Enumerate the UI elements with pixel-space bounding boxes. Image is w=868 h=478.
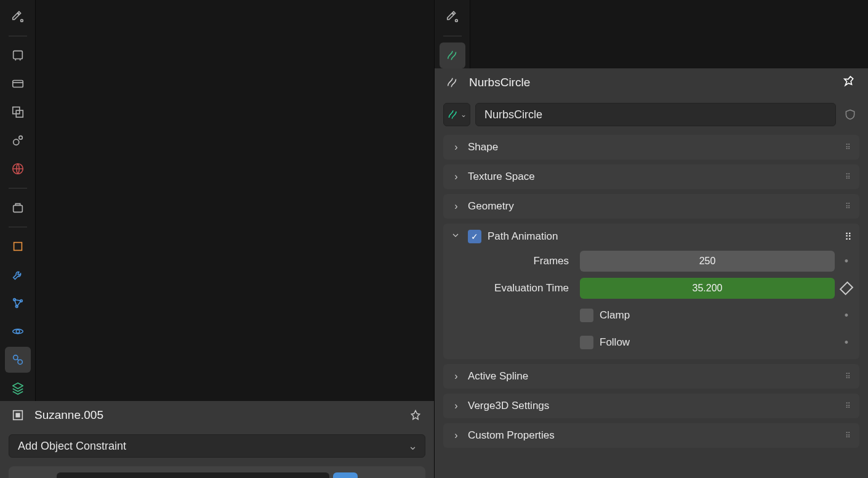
datablock-menu[interactable]: ⌄ (443, 103, 470, 126)
modifier-icon[interactable] (5, 262, 31, 288)
follow-path-constraint-panel: Follow Path ✕ ⠿ Target NurbsCircle ✕ (9, 466, 425, 478)
svg-rect-9 (14, 243, 22, 251)
world-icon[interactable] (5, 156, 31, 182)
keyframe-diamond-icon[interactable] (841, 283, 852, 294)
svg-point-0 (20, 20, 23, 22)
pin-icon[interactable] (841, 74, 858, 91)
svg-point-16 (18, 360, 22, 364)
object-icon[interactable] (5, 233, 31, 259)
tool-icon[interactable] (440, 4, 465, 30)
section-custom-properties[interactable]: › Custom Properties ⠿ (443, 423, 859, 448)
pin-icon[interactable] (407, 407, 424, 424)
grip-icon[interactable]: ⠿ (845, 431, 852, 440)
animate-dot[interactable]: • (841, 336, 852, 349)
follow-checkbox[interactable] (580, 336, 593, 349)
section-path-animation: ✓ Path Animation ⠿ Frames 250 • Evaluati… (443, 224, 859, 359)
grip-icon[interactable]: ⠿ (845, 202, 852, 211)
object-name-label: Suzanne.005 (34, 408, 400, 422)
chevron-right-icon: › (451, 430, 462, 441)
chevron-down-icon[interactable] (451, 230, 462, 243)
curve-header-icon (443, 73, 462, 92)
fake-user-icon[interactable] (841, 108, 859, 121)
left-properties-tabstrip (0, 0, 36, 401)
right-content: NurbsCircle ⌄ NurbsCircle › Shape ⠿ › Te… (435, 68, 868, 478)
data-icon[interactable] (5, 375, 31, 401)
chevron-down-icon: ⌄ (408, 439, 417, 453)
animate-dot[interactable]: • (841, 309, 852, 322)
object-name-label: NurbsCircle (469, 76, 834, 89)
right-header: NurbsCircle (435, 68, 868, 98)
animate-dot[interactable]: • (841, 255, 852, 268)
clamp-checkbox[interactable] (580, 309, 593, 322)
evaluation-time-label: Evaluation Time (451, 282, 574, 294)
section-verge3d[interactable]: › Verge3D Settings ⠿ (443, 394, 859, 418)
svg-rect-1 (13, 51, 22, 59)
section-geometry[interactable]: › Geometry ⠿ (443, 194, 859, 219)
svg-point-23 (455, 20, 457, 22)
section-texture-space[interactable]: › Texture Space ⠿ (443, 164, 859, 189)
collection-icon[interactable] (5, 195, 31, 221)
right-properties-tabstrip (435, 0, 470, 68)
svg-point-13 (16, 330, 20, 333)
left-content: Suzanne.005 Add Object Constraint ⌄ Foll… (0, 401, 434, 478)
chevron-right-icon: › (451, 400, 462, 411)
section-active-spline[interactable]: › Active Spline ⠿ (443, 364, 859, 389)
frames-label: Frames (451, 255, 574, 267)
left-header: Suzanne.005 (0, 401, 434, 431)
output-icon[interactable] (5, 71, 31, 97)
frames-field[interactable]: 250 (580, 251, 835, 272)
physics-icon[interactable] (5, 318, 31, 344)
clamp-label: Clamp (600, 309, 630, 322)
chevron-right-icon: › (451, 371, 462, 382)
evaluation-time-field[interactable]: 35.200 (580, 278, 835, 299)
svg-rect-8 (13, 205, 22, 212)
svg-rect-18 (15, 413, 20, 417)
add-constraint-label: Add Object Constraint (18, 440, 126, 453)
render-icon[interactable] (5, 43, 31, 68)
chevron-right-icon: › (451, 171, 462, 182)
path-animation-enable-checkbox[interactable]: ✓ (468, 230, 481, 243)
grip-icon[interactable]: ⠿ (845, 372, 852, 381)
tool-icon[interactable] (5, 4, 31, 30)
follow-label: Follow (600, 336, 630, 349)
grip-icon[interactable]: ⠿ (845, 402, 852, 410)
mute-toggle[interactable] (333, 472, 358, 478)
viewlayer-icon[interactable] (5, 99, 31, 125)
add-constraint-dropdown[interactable]: Add Object Constraint ⌄ (9, 434, 425, 458)
svg-point-6 (18, 136, 22, 140)
constraints-icon[interactable] (5, 347, 31, 373)
grip-icon[interactable]: ⠿ (845, 172, 852, 181)
svg-rect-2 (12, 81, 23, 87)
particles-icon[interactable] (5, 290, 31, 316)
svg-point-15 (13, 355, 17, 360)
chevron-right-icon: › (451, 142, 462, 153)
svg-point-5 (13, 139, 18, 145)
constraint-name-field[interactable]: Follow Path (57, 472, 329, 478)
chevron-right-icon: › (451, 201, 462, 212)
scene-icon[interactable] (5, 128, 31, 153)
datablock-name-field[interactable]: NurbsCircle (475, 103, 836, 126)
grip-icon[interactable]: ⠿ (845, 143, 852, 152)
section-shape[interactable]: › Shape ⠿ (443, 135, 859, 160)
curve-data-icon[interactable] (440, 43, 465, 68)
grip-icon[interactable]: ⠿ (845, 231, 852, 243)
object-header-icon (9, 406, 27, 424)
